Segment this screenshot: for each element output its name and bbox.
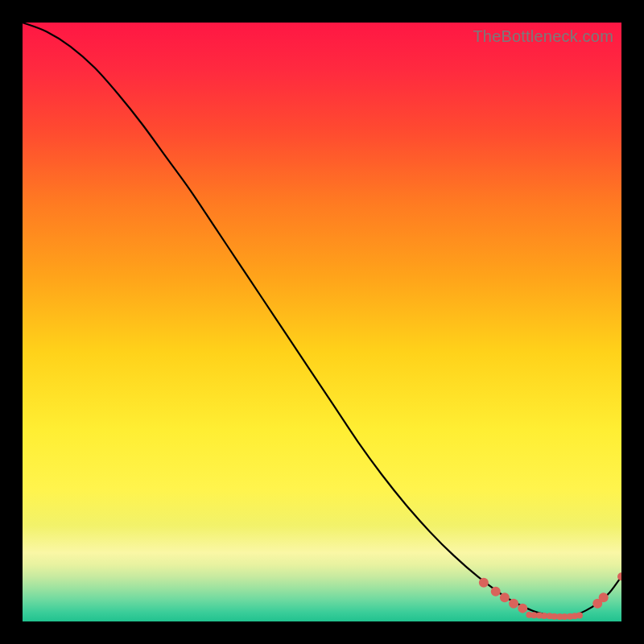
data-marker <box>500 592 510 602</box>
data-marker <box>576 613 583 619</box>
data-marker <box>509 599 518 609</box>
chart-svg <box>23 23 621 621</box>
data-marker <box>599 592 609 602</box>
chart-plot-area: TheBottleneck.com <box>23 23 621 621</box>
chart-frame: TheBottleneck.com <box>0 0 644 644</box>
data-marker <box>491 587 501 597</box>
data-marker <box>479 578 489 588</box>
watermark-text: TheBottleneck.com <box>473 27 613 46</box>
chart-background <box>23 23 621 621</box>
data-marker <box>518 604 527 613</box>
